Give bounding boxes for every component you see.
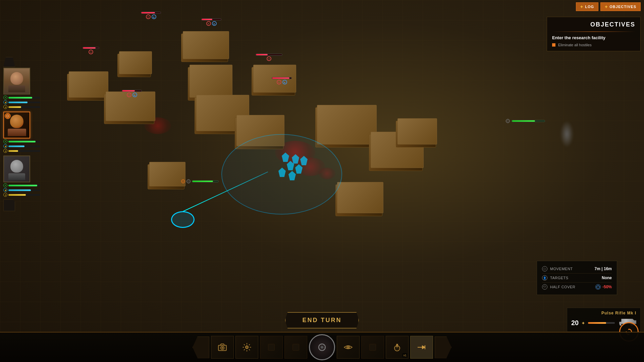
plus-icon: + (580, 4, 583, 9)
ammo-count: 20 (571, 319, 579, 327)
movement-row: ⬡ MOVEMENT 7m | 16m (542, 264, 612, 274)
action-bar-left-chevron[interactable] (193, 337, 209, 358)
ammo-bar (588, 322, 615, 324)
enemy-indicator: × (256, 54, 282, 61)
plus-icon: + (605, 4, 608, 9)
cover-crate (181, 34, 228, 62)
cover-penalty-value: -50% (602, 285, 612, 289)
objective-divider (552, 32, 635, 32)
enemy-x-icon: × (206, 21, 211, 26)
targets-icon: 👤 (542, 275, 547, 281)
player-hp-float (181, 179, 219, 183)
movement-info-panel: ⬡ MOVEMENT 7m | 16m 👤 TARGETS None 🛡 HAL… (537, 261, 617, 295)
log-label: LOG (585, 5, 594, 9)
action-slot-special[interactable] (235, 336, 258, 359)
objective-primary: Enter the research facility (552, 35, 635, 40)
enemy-indicator: × ▲ (201, 18, 221, 26)
movement-label: ⬡ MOVEMENT (542, 266, 573, 272)
ap-icon: ⚡ (3, 100, 7, 104)
objective-secondary: Eliminate all hostiles (552, 43, 635, 47)
empty-slot-fill (292, 344, 299, 351)
objectives-panel: OBJECTIVES Enter the research facility E… (547, 17, 641, 51)
squad-bars-1: ♥ ⚡ ★ (3, 96, 40, 109)
ammo-display: 20 ✦ (571, 319, 615, 327)
cover-shield-icon (595, 284, 601, 290)
cover-crate (335, 184, 382, 216)
squad-panel: ♥ ⚡ ★ ⬡ ♥ (3, 57, 44, 211)
cover-crate (396, 121, 436, 147)
objectives-label: OBJECTIVES (609, 5, 636, 9)
action-slot-empty-3[interactable] (361, 336, 384, 359)
grenade-badge: x1 (402, 353, 407, 357)
end-turn-label: End Turn (303, 317, 342, 323)
objective-secondary-text: Eliminate all hostiles (558, 43, 592, 47)
objectives-button[interactable]: + OBJECTIVES (600, 2, 641, 11)
objectives-title: OBJECTIVES (552, 21, 635, 28)
hp-icon: ♥ (3, 139, 7, 143)
action-bar: x1 (0, 332, 644, 362)
end-turn-button[interactable]: End Turn (285, 312, 359, 328)
targets-label: 👤 TARGETS (542, 275, 569, 281)
ghost-entity (560, 121, 574, 147)
svg-point-10 (347, 347, 349, 348)
top-bar: + LOG + OBJECTIVES (0, 0, 644, 13)
enemy-x-icon: × (267, 56, 271, 61)
targets-row: 👤 TARGETS None (542, 274, 612, 283)
squad-portrait-2[interactable]: ⬡ (3, 112, 30, 138)
cover-value-group: -50% (595, 284, 612, 290)
svg-point-7 (321, 346, 323, 349)
enemy-up-icon: ▲ (282, 80, 287, 84)
movement-icon: ⬡ (542, 266, 547, 272)
action-slot-forward[interactable] (410, 336, 433, 359)
action-bar-right-chevron[interactable] (435, 337, 451, 358)
squad-member-2[interactable]: ⬡ ♥ ⚡ ★ (3, 112, 40, 153)
active-unit-indicator (171, 211, 195, 228)
enemy-up-icon: ▲ (152, 14, 156, 19)
hp-icon: ♥ (3, 183, 7, 187)
enemy-x-icon: × (89, 50, 93, 54)
action-slot-camera[interactable] (211, 336, 234, 359)
enemy-up-icon: ▲ (132, 93, 137, 97)
action-slot-empty-2[interactable] (284, 336, 307, 359)
action-slot-empty-1[interactable] (260, 336, 283, 359)
ap-icon: ⚡ (3, 188, 7, 192)
cover-crate (315, 107, 376, 147)
squad-member-3[interactable]: ♥ ⚡ ★ (3, 156, 40, 211)
svg-point-4 (222, 347, 223, 349)
ammo-star-icon: ✦ (581, 320, 585, 326)
squad-portrait-3[interactable] (3, 156, 30, 182)
enemy-up-icon: ▲ (212, 21, 217, 26)
enemy-hp-right (506, 119, 545, 123)
hp-icon: ♥ (3, 96, 7, 100)
weapon-name: Pulse Rifle Mk I (571, 311, 636, 315)
empty-slot-fill (268, 344, 275, 351)
action-slot-eye[interactable] (337, 336, 360, 359)
squad-shield-bottom (3, 199, 15, 211)
cover-crate (148, 164, 184, 189)
weapon-panel: Pulse Rifle Mk I 20 ✦ (567, 308, 641, 332)
enemy-indicator: × (83, 47, 99, 54)
cover-label: 🛡 HALF COVER (542, 284, 575, 290)
xp-icon: ★ (3, 105, 7, 109)
ap-icon: ⚡ (3, 144, 7, 148)
xp-icon: ★ (3, 193, 7, 197)
game-canvas: × ▲ × ▲ × × ▲ × × ▲ (0, 0, 644, 362)
log-button[interactable]: + LOG (576, 2, 598, 11)
action-slot-grenade[interactable]: x1 (386, 336, 409, 359)
action-slot-center[interactable] (309, 334, 335, 360)
objective-checkbox (552, 43, 555, 47)
targets-value: None (602, 276, 612, 280)
cover-crate (104, 94, 154, 124)
ammo-fill (588, 322, 606, 324)
squad-portrait-1[interactable] (3, 68, 30, 95)
xp-icon: ★ (3, 149, 7, 153)
enemy-x-icon: × (277, 80, 281, 84)
cover-row: 🛡 HALF COVER -50% (542, 283, 612, 291)
cover-icon: 🛡 (542, 284, 547, 290)
squad-member-1[interactable]: ♥ ⚡ ★ (3, 57, 40, 109)
squad-bars-2: ♥ ⚡ ★ (3, 139, 40, 153)
enemy-indicator: × ▲ (122, 90, 142, 97)
cover-crate (67, 74, 107, 101)
enemy-x-icon: × (127, 93, 131, 97)
squad-bars-3: ♥ ⚡ ★ (3, 183, 40, 197)
